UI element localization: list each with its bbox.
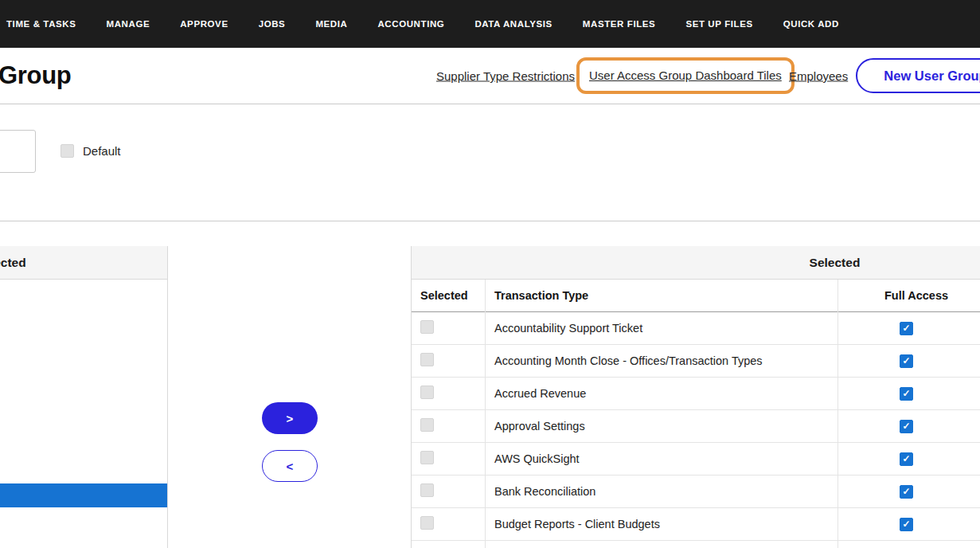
table-row: Budget Reports - Client Budgets: [412, 508, 980, 541]
table-row: Accounting Month Close - Offices/Transac…: [412, 345, 980, 378]
employees-link[interactable]: Employees: [789, 69, 848, 83]
transaction-table-body: Accountability Support Ticket Accounting…: [412, 312, 980, 548]
nav-item-quick-add[interactable]: QUICK ADD: [783, 19, 839, 29]
transaction-type-cell: Accounting Month Close - Offices/Transac…: [485, 354, 837, 367]
column-header-transaction-type: Transaction Type: [485, 289, 837, 302]
nav-item-manage[interactable]: MANAGE: [107, 19, 150, 29]
nav-item-time-tasks[interactable]: TIME & TASKS: [6, 19, 76, 29]
table-row: AWS QuickSight: [412, 443, 980, 476]
transaction-type-cell: Approval Settings: [485, 420, 837, 433]
nav-item-set-up-files[interactable]: SET UP FILES: [685, 19, 752, 29]
selected-panel-header: Selected: [412, 246, 980, 280]
unselected-panel-header: Unselected: [0, 246, 167, 280]
unselected-panel: Unselected: [0, 246, 168, 548]
table-row: Accrued Revenue: [412, 378, 980, 410]
section-divider: [0, 221, 980, 221]
selected-checkbox[interactable]: [420, 418, 434, 432]
full-access-checkbox[interactable]: [900, 485, 913, 499]
transaction-type-cell: Accrued Revenue: [485, 387, 837, 400]
nav-item-media[interactable]: MEDIA: [315, 19, 347, 29]
column-header-selected: Selected: [412, 289, 485, 302]
new-user-group-button[interactable]: New User Group: [856, 58, 980, 93]
move-left-button[interactable]: <: [262, 450, 318, 482]
column-divider: [837, 280, 838, 548]
selected-checkbox[interactable]: [420, 386, 434, 399]
orange-highlight-annotation: User Access Group Dashboard Tiles: [576, 57, 795, 94]
default-checkbox[interactable]: [61, 144, 74, 158]
transaction-type-cell: Bank Reconciliation: [485, 485, 837, 498]
nav-item-data-analysis[interactable]: DATA ANALYSIS: [474, 19, 552, 29]
column-divider: [485, 280, 486, 548]
selected-checkbox[interactable]: [420, 483, 434, 497]
column-header-full-access: Full Access: [837, 289, 976, 302]
selected-checkbox[interactable]: [420, 353, 434, 366]
table-row: Approval Settings: [412, 410, 980, 443]
table-row: Accountability Support Ticket: [412, 312, 980, 345]
table-header-row: Selected Transaction Type Full Access: [412, 280, 980, 312]
default-field: Default: [61, 144, 121, 158]
unselected-panel-title: Unselected: [0, 256, 26, 270]
selected-checkbox[interactable]: [420, 516, 434, 530]
unselected-list-highlighted-item[interactable]: [0, 483, 167, 507]
selected-panel-title: Selected: [810, 256, 861, 270]
transaction-type-cell: Budget Reports - Client Budgets: [485, 518, 837, 530]
full-access-checkbox[interactable]: [900, 322, 913, 335]
full-access-checkbox[interactable]: [900, 387, 913, 401]
selected-checkbox[interactable]: [420, 451, 434, 464]
default-checkbox-label: Default: [83, 144, 121, 158]
nav-item-approve[interactable]: APPROVE: [180, 19, 228, 29]
transaction-type-cell: Accountability Support Ticket: [485, 322, 837, 335]
full-access-checkbox[interactable]: [900, 420, 913, 433]
nav-item-master-files[interactable]: MASTER FILES: [583, 19, 656, 29]
page-title: Group: [0, 61, 72, 90]
table-row: Bank Reconciliation: [412, 476, 980, 508]
top-nav: TIME & TASKS MANAGE APPROVE JOBS MEDIA A…: [0, 0, 980, 48]
transaction-type-cell: AWS QuickSight: [485, 452, 837, 465]
selected-panel: Selected Selected Transaction Type Full …: [411, 246, 980, 548]
full-access-checkbox[interactable]: [900, 518, 913, 531]
group-name-input[interactable]: [0, 130, 36, 173]
move-right-button[interactable]: >: [262, 402, 318, 434]
selected-checkbox[interactable]: [420, 320, 434, 334]
table-row: [412, 541, 980, 548]
nav-item-jobs[interactable]: JOBS: [259, 19, 286, 29]
full-access-checkbox[interactable]: [900, 452, 913, 466]
page-header: Group Supplier Type Restrictions User Ac…: [0, 48, 980, 104]
user-access-group-dashboard-tiles-link[interactable]: User Access Group Dashboard Tiles: [589, 68, 782, 82]
full-access-checkbox[interactable]: [900, 354, 913, 368]
nav-item-accounting[interactable]: ACCOUNTING: [377, 19, 444, 29]
supplier-type-restrictions-link[interactable]: Supplier Type Restrictions: [436, 69, 575, 83]
